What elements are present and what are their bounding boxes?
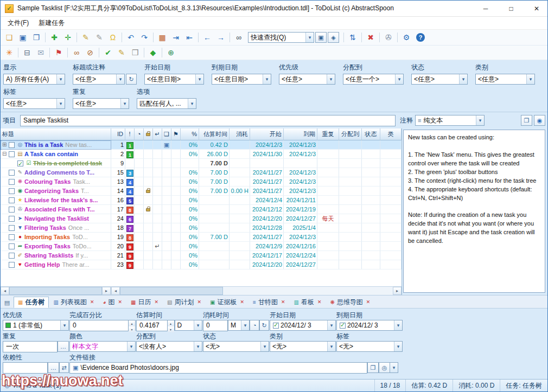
close-tab-icon[interactable]: ✕ <box>317 299 322 305</box>
tab-list-button[interactable]: ▤ <box>2 299 12 306</box>
spellcheck-icon[interactable]: ◆ <box>146 47 160 59</box>
next-task-icon[interactable]: → <box>214 31 227 43</box>
status-combo[interactable]: <无> <box>203 341 269 352</box>
percent-spinner[interactable] <box>129 320 136 331</box>
delete-task-icon[interactable]: ✖ <box>364 31 377 43</box>
filter-due-date-combo[interactable]: <任意日期> <box>212 74 271 85</box>
task-row[interactable]: ⊞◎This is a TaskNew tas...11▣0%0.42 D202… <box>1 140 402 150</box>
chevron-down-icon[interactable] <box>241 320 249 330</box>
comments-expand-button[interactable]: ❐ <box>521 115 532 126</box>
category-combo[interactable]: <无> <box>270 341 336 352</box>
menu-item-new-task[interactable]: 新建任务 <box>34 17 69 29</box>
comments-options-button[interactable]: ◉ <box>534 115 545 126</box>
tab-chart[interactable]: ◕图✕ <box>98 297 126 308</box>
reminder-bell-icon[interactable]: Ω <box>106 31 119 43</box>
chevron-down-icon[interactable] <box>194 320 202 330</box>
scrollbar-thumb[interactable] <box>9 287 102 295</box>
tree-toggle[interactable]: ⊞ <box>2 140 8 149</box>
columns-scrollbar[interactable] <box>111 287 402 295</box>
time-spent-unit-combo[interactable]: M <box>228 320 250 331</box>
chevron-down-icon[interactable] <box>305 33 314 42</box>
new-subtask-icon[interactable]: ✛ <box>61 31 74 43</box>
task-row[interactable]: ✇Associated Files with T...1780%2024/12/… <box>1 205 402 214</box>
title-column-scrollbar[interactable] <box>1 287 111 295</box>
column-assigned-to[interactable]: 分配到 <box>339 128 362 140</box>
close-tab-icon[interactable]: ✕ <box>197 299 202 305</box>
task-row[interactable]: ❋Colouring TasksTask...1340%7.00 D2024/1… <box>1 177 402 187</box>
task-checkbox[interactable] <box>9 207 15 213</box>
prev-task-icon[interactable]: ← <box>201 31 214 43</box>
tab-mind-map[interactable]: ❋思维导图✕ <box>326 297 374 308</box>
chevron-down-icon[interactable] <box>60 320 68 330</box>
close-tab-icon[interactable]: ✕ <box>155 299 159 305</box>
scroll-right-arrow[interactable] <box>102 287 111 295</box>
close-button[interactable]: ✕ <box>526 1 547 16</box>
open-tasklist-icon[interactable]: ❏ <box>3 31 16 43</box>
task-row[interactable]: ▼Filtering TasksOnce ...1870%2024/12/282… <box>1 223 402 233</box>
chevron-down-icon[interactable] <box>127 342 135 351</box>
column-percent[interactable]: % <box>181 128 199 140</box>
reference-document-icon[interactable]: ❒ <box>129 47 142 59</box>
select-columns-icon[interactable]: ▦ <box>156 31 169 43</box>
tab-task-tree[interactable]: ▦任务树 <box>14 297 49 308</box>
tab-kanban[interactable]: ▥看板✕ <box>289 297 326 308</box>
scrollbar-track[interactable] <box>223 287 393 295</box>
find-tasks-icon[interactable]: ∞ <box>232 31 245 43</box>
due-date-picker[interactable]: 2024/12/ 3 <box>336 320 403 331</box>
scroll-left-arrow[interactable] <box>1 287 9 295</box>
task-row[interactable]: ★Likewise for the task's s...1650%2024/1… <box>1 196 402 205</box>
dependency-link-button[interactable]: ⇄ <box>59 362 69 373</box>
close-tab-icon[interactable]: ✕ <box>281 299 285 305</box>
column-recurrence[interactable]: ↵ <box>153 128 162 140</box>
comments-format-combo[interactable]: ≡ 纯文本 <box>415 115 485 126</box>
file-link-input[interactable]: ▣ \Evidence Board Photos\doors.jpg <box>69 362 367 374</box>
spin-up-icon[interactable] <box>168 320 174 326</box>
edit-task-comments-icon[interactable]: ✎ <box>93 31 106 43</box>
indent-task-icon[interactable]: ⇥ <box>169 31 182 43</box>
tab-list-view[interactable]: ▥列表视图✕ <box>49 297 98 308</box>
edit-task-title-icon[interactable]: ✎ <box>79 31 92 43</box>
task-row[interactable]: ✎Adding Comments to T...1530%7.00 D2024/… <box>1 168 402 177</box>
scrollbar-thumb[interactable] <box>120 287 223 295</box>
start-date-picker[interactable]: 2024/12/ 3 <box>270 320 336 331</box>
task-checkbox[interactable] <box>9 253 15 259</box>
flag-task-icon[interactable]: ⚑ <box>52 47 65 59</box>
time-spent-input[interactable]: 0 <box>203 320 228 331</box>
column-time-estimate[interactable]: 估算时间 <box>199 128 230 140</box>
task-checkbox[interactable] <box>9 234 15 240</box>
task-checkbox[interactable] <box>9 151 15 157</box>
filter-title-or-comment-options-button[interactable]: ↻ <box>126 74 137 85</box>
color-combo[interactable]: 样本文字 <box>69 341 136 352</box>
tags-combo[interactable]: <无> <box>336 341 403 352</box>
filter-category-combo[interactable]: <任意> <box>475 74 535 85</box>
save-tasklist-icon[interactable]: ▣ <box>16 31 29 43</box>
scroll-right-arrow[interactable] <box>393 287 402 295</box>
track-time-button[interactable]: ◔ <box>250 320 259 331</box>
task-checkbox[interactable] <box>9 170 15 176</box>
link-task-icon[interactable]: ∞ <box>70 47 83 59</box>
dependency-input[interactable] <box>3 362 48 374</box>
column-file-link[interactable]: ❏ <box>162 128 171 140</box>
percent-input[interactable]: 0 <box>69 320 129 331</box>
filter-status-combo[interactable]: <任意> <box>411 74 468 85</box>
open-folder-button[interactable]: ❐ <box>367 362 379 373</box>
column-time-spent[interactable]: 消耗 <box>230 128 250 140</box>
column-priority[interactable]: ! <box>125 128 135 140</box>
column-due-date[interactable]: 到期 <box>284 128 317 140</box>
tab-week-planner[interactable]: ▧周计划✕ <box>163 297 206 308</box>
estimate-unit-combo[interactable]: D <box>175 320 203 331</box>
tab-evidence-board[interactable]: ▣证据板✕ <box>206 297 248 308</box>
save-all-icon[interactable]: ❐ <box>30 31 43 43</box>
project-name-input[interactable]: Sample Tasklist <box>20 115 396 126</box>
spin-up-icon[interactable] <box>129 320 135 326</box>
column-category[interactable]: 类 <box>380 128 402 140</box>
estimate-input[interactable]: 0.4167 <box>136 320 168 331</box>
chevron-down-icon[interactable] <box>394 320 402 330</box>
pencil-icon[interactable]: ✎ <box>115 47 128 59</box>
chevron-down-icon[interactable] <box>194 342 202 351</box>
column-recurrence-text[interactable]: 重复 <box>317 128 339 140</box>
new-task-icon[interactable]: ✚ <box>48 31 61 43</box>
filter-start-date-combo[interactable]: <任意日期> <box>144 74 204 85</box>
task-row[interactable]: ⊟▤A Task can contain210%26.00 D2024/11/3… <box>1 150 402 159</box>
chevron-down-icon[interactable] <box>327 320 335 330</box>
